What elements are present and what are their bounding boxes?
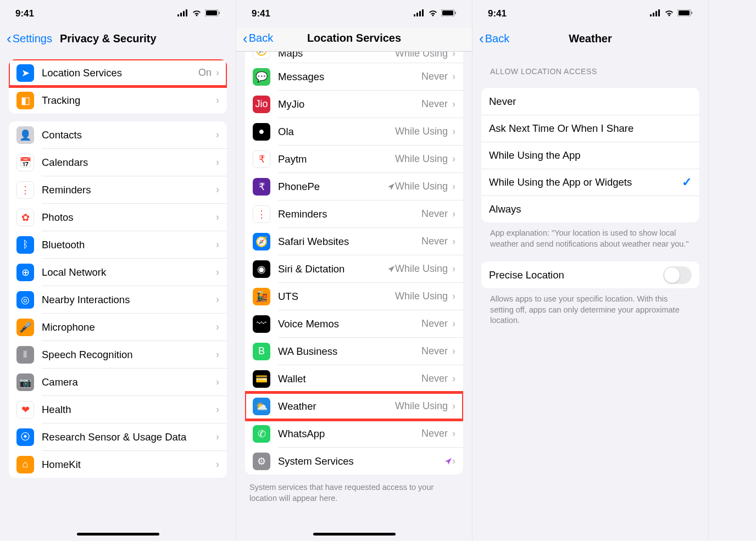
nearby-icon: ◎ [16,291,34,309]
chevron-right-icon: › [216,459,219,470]
gear-icon: ⚙ [253,453,270,470]
whatsapp-row[interactable]: ✆WhatsAppNever› [245,420,463,447]
precise-footer: Allows apps to use your specific locatio… [490,294,691,326]
status-bar: 9:41 [472,0,708,27]
reminders-row[interactable]: ⋮Reminders› [9,176,227,203]
location-services-row[interactable]: ➤Location ServicesOn› [9,59,227,86]
reminders-label: Reminders [42,184,216,196]
siri-label: Siri & Dictation [278,263,384,275]
opt-ask-row[interactable]: Ask Next Time Or When I Share [481,115,699,142]
myjio-label: MyJio [278,98,421,110]
chevron-right-icon: › [216,94,219,106]
chevron-right-icon: › [452,373,455,384]
reminders-icon: ⋮ [16,181,34,199]
opt-never-row[interactable]: Never [481,88,699,115]
opt-always-row[interactable]: Always [481,196,699,222]
health-icon: ❤ [16,401,34,419]
screen-location-services: 9:41 ‹ Back Location Services 🧭MapsWhile… [236,0,472,541]
chevron-right-icon: › [216,67,219,79]
system-services-row[interactable]: ⚙System Services› [245,448,463,475]
system-services-label: System Services [278,455,441,467]
local-network-label: Local Network [42,266,216,278]
group-privacy-items: 👤Contacts›📅Calendars›⋮Reminders›✿Photos›… [9,121,227,478]
checkmark-icon: ✓ [682,175,692,189]
contacts-row[interactable]: 👤Contacts› [9,121,227,148]
local-network-row[interactable]: ⊕Local Network› [9,259,227,286]
paytm-row[interactable]: ₹PaytmWhile Using› [245,146,463,172]
opt-while-using-row[interactable]: While Using the App [481,142,699,169]
tracking-icon: ◧ [16,92,34,109]
nav-bar: ‹ Back Weather [472,27,708,52]
homekit-icon: ⌂ [16,456,34,473]
svg-rect-8 [416,13,418,16]
svg-rect-16 [655,11,657,16]
chevron-left-icon: ‹ [243,31,248,46]
calendars-row[interactable]: 📅Calendars› [9,149,227,176]
ola-label: Ola [278,126,395,138]
reminders2-row[interactable]: ⋮RemindersNever› [245,200,463,227]
wa-business-value: Never [421,345,448,357]
wa-business-row[interactable]: BWA BusinessNever› [245,338,463,365]
back-button[interactable]: ‹ Back [243,31,273,46]
svg-rect-17 [658,9,660,16]
back-button[interactable]: ‹ Back [479,31,509,46]
research-row[interactable]: ⦿Research Sensor & Usage Data› [9,423,227,450]
health-row[interactable]: ❤Health› [9,396,227,423]
ola-row[interactable]: ●OlaWhile Using› [245,118,463,145]
location-services-label: Location Services [42,67,198,79]
uts-row[interactable]: 🚂UTSWhile Using› [245,283,463,310]
svg-rect-3 [186,9,187,16]
back-button[interactable]: ‹ Settings [7,31,52,46]
chevron-right-icon: › [216,376,219,388]
paytm-icon: ₹ [253,150,270,168]
photos-row[interactable]: ✿Photos› [9,204,227,231]
speech-label: Speech Recognition [42,349,216,361]
messages-label: Messages [278,71,421,83]
explanation-text: App explanation: "Your location is used … [490,228,691,249]
messages-row[interactable]: 💬MessagesNever› [245,63,463,90]
weather-row[interactable]: ⛅WeatherWhile Using› [245,393,463,420]
bluetooth-row[interactable]: ᛒBluetooth› [9,231,227,258]
home-indicator[interactable] [77,533,159,536]
chevron-left-icon: ‹ [479,31,484,46]
safari-row[interactable]: 🧭Safari WebsitesNever› [245,228,463,255]
back-label: Back [249,32,273,44]
tracking-row[interactable]: ◧Tracking› [9,87,227,114]
wallet-row[interactable]: 💳WalletNever› [245,365,463,392]
safari-label: Safari Websites [278,236,421,248]
wallet-value: Never [421,373,448,384]
svg-rect-12 [442,10,453,15]
microphone-row[interactable]: 🎤Microphone› [9,314,227,341]
research-icon: ⦿ [16,428,34,446]
myjio-row[interactable]: JioMyJioNever› [245,91,463,118]
reminders2-label: Reminders [278,208,421,220]
speech-row[interactable]: ⦀Speech Recognition› [9,341,227,368]
opt-while-widgets-row[interactable]: While Using the App or Widgets✓ [481,169,699,196]
siri-row[interactable]: ◉Siri & DictationWhile Using› [245,255,463,282]
location-arrow-icon: ➤ [16,64,34,82]
ola-value: While Using [395,126,448,137]
home-indicator[interactable] [313,533,396,536]
precise-location-row[interactable]: Precise Location [481,261,699,288]
messages-icon: 💬 [253,68,270,86]
contacts-label: Contacts [42,129,216,141]
phonepe-row[interactable]: ₹PhonePeWhile Using› [245,173,463,200]
svg-rect-7 [414,14,415,16]
status-indicators [650,8,693,19]
group-location-tracking: ➤Location ServicesOn›◧Tracking› [9,59,227,114]
network-icon: ⊕ [16,264,34,281]
whatsapp-icon: ✆ [253,425,270,443]
maps-row[interactable]: 🧭MapsWhile Using› [245,52,463,63]
camera-row[interactable]: 📷Camera› [9,369,227,395]
nearby-interactions-row[interactable]: ◎Nearby Interactions› [9,286,227,313]
siri-icon: ◉ [253,260,270,278]
precise-location-group: Precise Location [481,261,699,288]
chevron-right-icon: › [452,345,455,357]
precise-location-toggle[interactable] [663,266,692,284]
camera-label: Camera [42,376,216,388]
voice-memos-row[interactable]: 〰Voice MemosNever› [245,310,463,337]
status-bar: 9:41 [0,0,236,27]
homekit-row[interactable]: ⌂HomeKit› [9,451,227,478]
nearby-interactions-label: Nearby Interactions [42,294,216,306]
ola-icon: ● [253,123,270,141]
